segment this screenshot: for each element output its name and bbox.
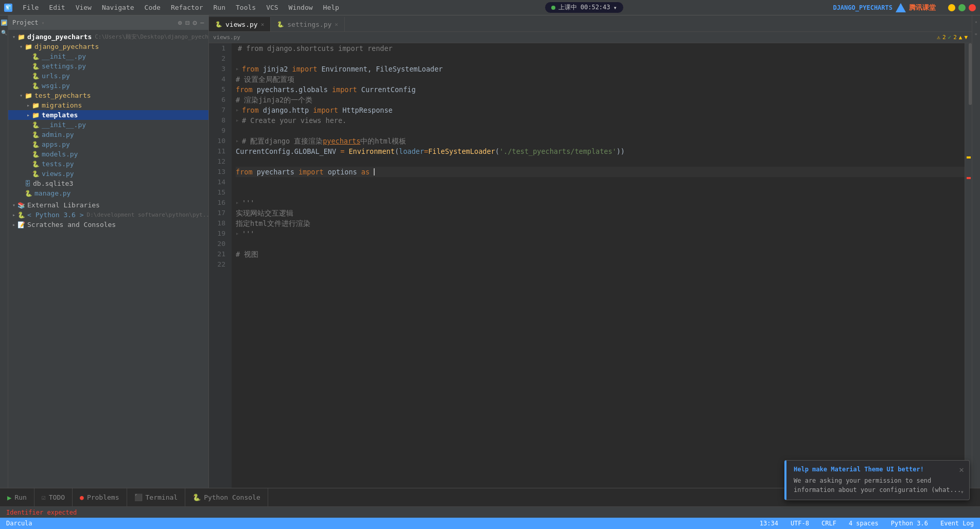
- code-line-2: [236, 54, 965, 64]
- fold-10[interactable]: ▹: [236, 136, 239, 146]
- menu-run[interactable]: Run: [209, 3, 230, 12]
- menu-edit[interactable]: Edit: [45, 3, 69, 12]
- tree-python36[interactable]: ▸ 🐍 < Python 3.6 > D:\development softwa…: [8, 210, 208, 220]
- tab-settings-py[interactable]: 🐍 settings.py ✕: [271, 17, 345, 31]
- code-line-15: [236, 187, 965, 198]
- tree-db[interactable]: ▸ 🗄 db.sqlite3: [8, 179, 208, 188]
- warning-badge: ⚠ 2 ✓ 2 ▲ ▼: [937, 34, 968, 41]
- test-folder-label: test_pyecharts: [34, 92, 91, 99]
- dropdown-icon: ▾: [614, 4, 617, 11]
- tree-tests[interactable]: ▸ 🐍 tests.py: [8, 159, 208, 169]
- tree-urls[interactable]: ▸ 🐍 urls.py: [8, 71, 208, 81]
- tab-views-py[interactable]: 🐍 views.py ✕: [209, 17, 271, 31]
- tree-apps[interactable]: ▸ 🐍 apps.py: [8, 139, 208, 149]
- problems-tab[interactable]: ● Problems: [73, 488, 127, 506]
- tree-views[interactable]: ▸ 🐍 views.py: [8, 169, 208, 179]
- close-panel-icon[interactable]: −: [200, 19, 204, 27]
- indent-item[interactable]: 4 spaces: [847, 520, 881, 527]
- locate-icon[interactable]: ⊕: [178, 19, 182, 27]
- timer-badge[interactable]: 上课中 00:52:43 ▾: [545, 2, 624, 13]
- tree-init-1[interactable]: ▸ 🐍 __init__.py: [8, 51, 208, 61]
- line-col-item[interactable]: 13:34: [758, 520, 780, 527]
- menu-navigate[interactable]: Navigate: [98, 3, 138, 12]
- migrations-label: migrations: [42, 101, 82, 109]
- fold-8[interactable]: ▹: [236, 115, 239, 126]
- views-tab-close[interactable]: ✕: [261, 21, 265, 28]
- tree-folder-test[interactable]: ▾ 📁 test_pyecharts: [8, 91, 208, 100]
- code-line-14: [236, 177, 965, 187]
- tests-label: tests.py: [42, 160, 74, 168]
- tab-bar: 🐍 views.py ✕ 🐍 settings.py ✕: [209, 15, 972, 32]
- structure-icon[interactable]: ≡: [973, 32, 979, 38]
- minimize-button[interactable]: [948, 4, 955, 11]
- python-console-tab[interactable]: 🐍 Python Console: [185, 488, 268, 506]
- line-ending-label: CRLF: [821, 520, 836, 527]
- favorites-icon[interactable]: ★: [973, 20, 979, 26]
- warning-count: 2: [942, 34, 946, 41]
- theme-item[interactable]: Darcula: [4, 520, 34, 527]
- tree-manage[interactable]: ▸ 🐍 manage.py: [8, 188, 208, 198]
- tree-settings[interactable]: ▸ 🐍 settings.py: [8, 61, 208, 71]
- brand-chinese: 腾讯课堂: [909, 3, 936, 12]
- root-label: django_pyecharts: [27, 33, 92, 41]
- tree-templates[interactable]: ▸ 📁 templates: [8, 110, 208, 120]
- encoding-item[interactable]: UTF-8: [789, 520, 811, 527]
- run-tab[interactable]: ▶ Run: [0, 488, 34, 506]
- python-version-item[interactable]: Python 3.6: [889, 520, 930, 527]
- urls-py-label: urls.py: [42, 72, 70, 80]
- fold-3[interactable]: ▹: [236, 64, 239, 74]
- tree-admin[interactable]: ▸ 🐍 admin.py: [8, 130, 208, 139]
- menu-window[interactable]: Window: [285, 3, 317, 12]
- menu-refactor[interactable]: Refactor: [167, 3, 207, 12]
- tree-wsgi[interactable]: ▸ 🐍 wsgi.py: [8, 81, 208, 91]
- menu-help[interactable]: Help: [319, 3, 343, 12]
- settings-tab-close[interactable]: ✕: [335, 21, 338, 28]
- menu-vcs[interactable]: VCS: [262, 3, 282, 12]
- external-libs-label: External Libraries: [27, 201, 100, 209]
- menu-code[interactable]: Code: [141, 3, 165, 12]
- event-log-item[interactable]: Event Log: [938, 520, 976, 527]
- terminal-label: Terminal: [146, 493, 178, 501]
- bottom-tabs: ▶ Run ☑ TODO ● Problems ⬛ Terminal 🐍 Pyt…: [0, 488, 268, 506]
- fold-19[interactable]: ▹: [236, 228, 239, 239]
- menu-view[interactable]: View: [72, 3, 96, 12]
- terminal-tab[interactable]: ⬛ Terminal: [127, 488, 186, 506]
- notification-close-button[interactable]: ✕: [959, 465, 964, 474]
- notification-expand-button[interactable]: ▾: [960, 488, 964, 496]
- todo-tab[interactable]: ☑ TODO: [34, 488, 73, 506]
- error-bar: Identifier expected: [0, 506, 980, 518]
- panel-header: Project ▾ ⊕ ⊟ ⚙ −: [8, 15, 208, 30]
- window-controls: [948, 4, 976, 11]
- menu-bar: File Edit View Navigate Code Refactor Ru…: [19, 3, 343, 12]
- fold-16[interactable]: ▹: [236, 198, 239, 208]
- django-folder-label: django_pyecharts: [34, 43, 99, 50]
- close-button[interactable]: [969, 4, 976, 11]
- tree-external-libs[interactable]: ▾ 📚 External Libraries: [8, 200, 208, 210]
- notification-popup: Help make Material Theme UI better! We a…: [784, 460, 970, 500]
- collapse-icon[interactable]: ⊟: [185, 19, 189, 27]
- tree-init-2[interactable]: ▸ 🐍 __init__.py: [8, 120, 208, 130]
- line-ending-item[interactable]: CRLF: [819, 520, 838, 527]
- tree-models[interactable]: ▸ 🐍 models.py: [8, 149, 208, 159]
- fold-7[interactable]: ▹: [236, 105, 239, 115]
- scratches-label: Scratches and Consoles: [27, 221, 116, 228]
- right-activity-bar: ★ ≡: [972, 15, 980, 488]
- code-line-16: ▹ ''': [236, 198, 965, 208]
- tree-scratches[interactable]: ▸ 📝 Scratches and Consoles: [8, 220, 208, 230]
- tree-migrations[interactable]: ▸ 📁 migrations: [8, 100, 208, 110]
- code-editor[interactable]: 12345 678910 1112131415 1617181920 2122 …: [209, 43, 972, 488]
- settings-icon[interactable]: ⚙: [192, 19, 197, 27]
- tree-root[interactable]: ▾ 📁 django_pyecharts C:\Users\顾安\Desktop…: [8, 32, 208, 42]
- init2-label: __init__.py: [42, 121, 86, 129]
- tree-folder-django[interactable]: ▾ 📁 django_pyecharts: [8, 42, 208, 51]
- menu-tools[interactable]: Tools: [232, 3, 260, 12]
- code-content[interactable]: # from django.shortcuts import render ▹ …: [232, 43, 965, 488]
- menu-file[interactable]: File: [19, 3, 43, 12]
- scroll-thumb[interactable]: [969, 43, 972, 105]
- folder-strip-icon[interactable]: 📁: [1, 20, 7, 26]
- maximize-button[interactable]: [958, 4, 966, 11]
- python-console-label: Python Console: [204, 493, 260, 501]
- app-icon: 🧊: [4, 4, 12, 12]
- search-strip-icon[interactable]: 🔍: [1, 30, 7, 36]
- main-layout: 📁 🔍 Project ▾ ⊕ ⊟ ⚙ − ▾ 📁 django_pyechar…: [0, 15, 980, 488]
